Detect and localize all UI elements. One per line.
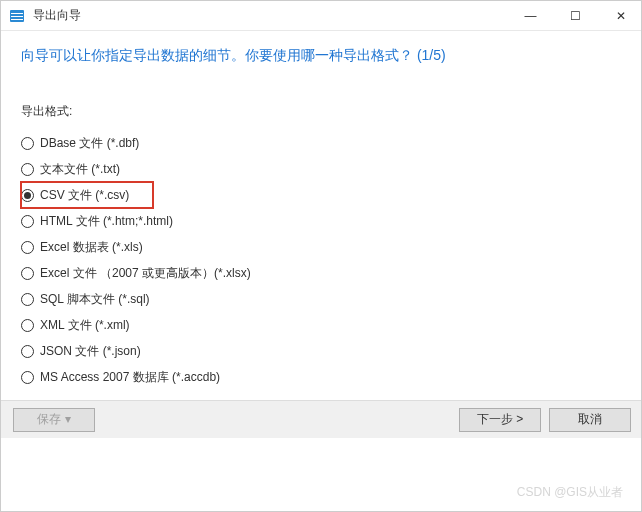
radio-icon[interactable] — [21, 189, 34, 202]
format-option-7[interactable]: XML 文件 (*.xml) — [21, 312, 623, 338]
radio-icon[interactable] — [21, 319, 34, 332]
maximize-button[interactable]: ☐ — [553, 1, 598, 31]
format-option-label: MS Access 2007 数据库 (*.accdb) — [40, 369, 220, 386]
radio-icon[interactable] — [21, 137, 34, 150]
radio-icon[interactable] — [21, 267, 34, 280]
format-option-5[interactable]: Excel 文件 （2007 或更高版本）(*.xlsx) — [21, 260, 623, 286]
next-button[interactable]: 下一步 > — [459, 408, 541, 432]
format-option-label: Excel 文件 （2007 或更高版本）(*.xlsx) — [40, 265, 251, 282]
watermark: CSDN @GIS从业者 — [517, 484, 623, 501]
svg-rect-3 — [11, 19, 23, 20]
format-option-label: CSV 文件 (*.csv) — [40, 187, 129, 204]
title-bar: 导出向导 — ☐ ✕ — [1, 1, 642, 31]
radio-icon[interactable] — [21, 241, 34, 254]
format-option-label: 文本文件 (*.txt) — [40, 161, 120, 178]
format-option-1[interactable]: 文本文件 (*.txt) — [21, 156, 623, 182]
radio-icon[interactable] — [21, 215, 34, 228]
svg-rect-2 — [11, 16, 23, 17]
radio-icon[interactable] — [21, 345, 34, 358]
format-option-8[interactable]: JSON 文件 (*.json) — [21, 338, 623, 364]
content-area: 向导可以让你指定导出数据的细节。你要使用哪一种导出格式？ (1/5) 导出格式:… — [1, 31, 642, 400]
format-option-9[interactable]: MS Access 2007 数据库 (*.accdb) — [21, 364, 623, 390]
save-button[interactable]: 保存 ▾ — [13, 408, 95, 432]
window-title: 导出向导 — [33, 7, 81, 24]
format-option-label: DBase 文件 (*.dbf) — [40, 135, 139, 152]
radio-icon[interactable] — [21, 163, 34, 176]
format-option-4[interactable]: Excel 数据表 (*.xls) — [21, 234, 623, 260]
footer: 保存 ▾ 下一步 > 取消 — [1, 400, 642, 438]
format-option-6[interactable]: SQL 脚本文件 (*.sql) — [21, 286, 623, 312]
cancel-button[interactable]: 取消 — [549, 408, 631, 432]
format-list: DBase 文件 (*.dbf)文本文件 (*.txt)CSV 文件 (*.cs… — [21, 130, 623, 390]
svg-rect-1 — [11, 13, 23, 14]
format-option-label: Excel 数据表 (*.xls) — [40, 239, 143, 256]
wizard-prompt: 向导可以让你指定导出数据的细节。你要使用哪一种导出格式？ (1/5) — [21, 47, 623, 65]
radio-icon[interactable] — [21, 293, 34, 306]
format-option-3[interactable]: HTML 文件 (*.htm;*.html) — [21, 208, 623, 234]
close-button[interactable]: ✕ — [598, 1, 642, 31]
format-option-label: HTML 文件 (*.htm;*.html) — [40, 213, 173, 230]
format-option-label: JSON 文件 (*.json) — [40, 343, 141, 360]
format-option-label: XML 文件 (*.xml) — [40, 317, 130, 334]
format-label: 导出格式: — [21, 103, 623, 120]
app-icon — [9, 8, 25, 24]
format-option-0[interactable]: DBase 文件 (*.dbf) — [21, 130, 623, 156]
format-option-2[interactable]: CSV 文件 (*.csv) — [21, 182, 153, 208]
minimize-button[interactable]: — — [508, 1, 553, 31]
radio-icon[interactable] — [21, 371, 34, 384]
format-option-label: SQL 脚本文件 (*.sql) — [40, 291, 150, 308]
